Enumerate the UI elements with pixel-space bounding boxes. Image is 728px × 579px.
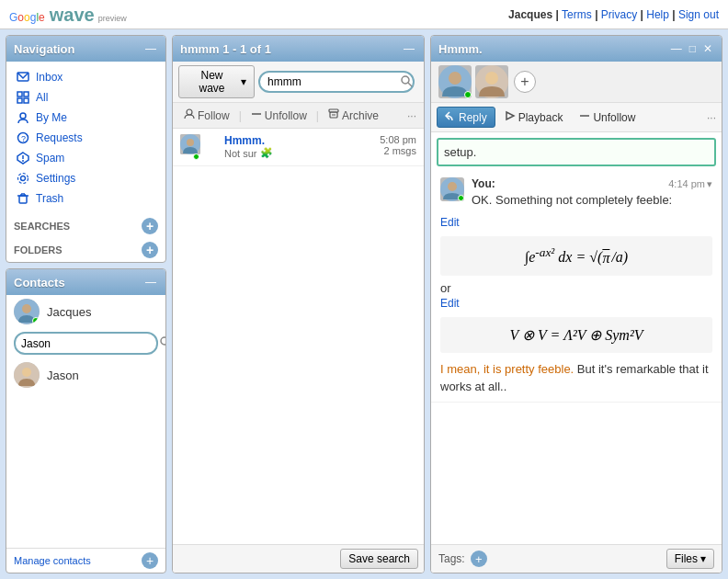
header-username: Jacques [508,8,552,21]
svg-point-38 [485,72,498,85]
requests-icon: ? [16,131,30,145]
archive-button[interactable]: Archive [324,107,382,124]
add-contact-btn[interactable]: + [142,552,158,569]
wave-list-minimize-btn[interactable]: — [402,42,416,55]
archive-icon [328,108,339,122]
trash-label: Trash [36,192,63,205]
navigation-panel-header: Navigation — [6,36,165,62]
math-formula-1: ∫e-ax² dx = √(π/a) [525,245,628,266]
wave-unfollow-icon [579,110,590,124]
svg-point-20 [161,337,166,345]
requests-label: Requests [36,131,83,144]
new-wave-button[interactable]: New wave ▾ [178,65,255,98]
playback-button[interactable]: Playback [497,108,571,127]
edit-link-1[interactable]: Edit [440,216,460,229]
unfollow-label: Unfollow [265,109,307,122]
help-link[interactable]: Help [646,8,669,21]
editing-text: setup. [444,145,476,159]
logo-preview-text: preview [98,14,127,23]
wave-content-header: Hmmm. — □ ✕ [431,36,722,62]
math-box-1: ∫e-ax² dx = √(π/a) [440,236,712,275]
contacts-spacer [6,392,165,548]
save-search-button[interactable]: Save search [340,549,418,569]
files-button[interactable]: Files ▾ [666,549,714,569]
contact-search-input[interactable] [21,337,159,350]
settings-label: Settings [36,172,75,185]
avatar-jacques [14,299,40,324]
wave-preview-text: Not sur [224,148,256,159]
svg-point-24 [402,76,409,84]
inbox-label: Inbox [36,71,63,84]
editing-box[interactable]: setup. [437,138,716,166]
wave-list: Hmmm. Not sur 🧩 5:08 pm 2 msgs [173,129,424,544]
search-icon [159,335,166,351]
wave-unfollow-button[interactable]: Unfollow [572,108,643,127]
reply-button[interactable]: Reply [437,107,495,128]
participant-avatars [438,65,508,98]
contact-name-jacques: Jacques [47,305,91,319]
terms-link[interactable]: Terms [562,8,592,21]
wave-search-input[interactable] [258,71,415,93]
inbox-icon [16,70,30,85]
tags-section: Tags: + [438,551,487,567]
contact-jason[interactable]: Jason [6,358,165,392]
svg-rect-1 [17,92,22,96]
wave-restore-btn[interactable]: □ [688,42,698,55]
app-header: Google wave preview Jacques | Terms | Pr… [0,0,728,29]
participant-online-dot [464,91,472,98]
wave-msg-count: 2 msgs [380,145,416,156]
edit-link-2[interactable]: Edit [440,297,460,310]
unfollow-icon [251,108,262,122]
unfollow-button[interactable]: Unfollow [247,107,311,124]
sidebar-item-requests[interactable]: ? Requests [6,128,165,148]
all-icon [16,90,30,105]
contact-jacques[interactable]: Jacques [6,295,165,328]
manage-contacts-link[interactable]: Manage contacts [14,555,91,566]
wave-actions-bar: Follow | Unfollow | Archive ··· [173,103,424,129]
wave-close-btn[interactable]: ✕ [701,42,714,55]
wave-unfollow-label: Unfollow [593,111,635,124]
message-time-chevron[interactable]: ▾ [707,178,712,190]
new-wave-label: New wave [187,69,237,95]
wave-time: 5:08 pm [380,134,416,145]
svg-point-12 [18,174,28,184]
wave-content-toolbar: Reply Playback Unfollow ··· [431,103,722,132]
sidebar-item-trash[interactable]: Trash [6,188,165,209]
svg-rect-4 [24,98,28,103]
svg-point-10 [22,160,24,162]
privacy-link[interactable]: Privacy [601,8,637,21]
svg-line-25 [408,83,412,86]
contact-search-container [6,328,165,358]
signout-link[interactable]: Sign out [678,8,719,21]
folders-section: FOLDERS + [6,238,165,262]
wave-item[interactable]: Hmmm. Not sur 🧩 5:08 pm 2 msgs [173,129,424,166]
add-tag-button[interactable]: + [471,551,487,567]
sidebar-item-spam[interactable]: Spam [6,148,165,168]
sidebar-item-all[interactable]: All [6,87,165,108]
add-participant-button[interactable]: + [514,71,536,93]
participant-avatar-2 [475,65,508,98]
sidebar-item-byme[interactable]: By Me [6,108,165,128]
spam-icon [16,151,30,165]
navigation-minimize-btn[interactable]: — [143,42,158,55]
navigation-title: Navigation [14,42,74,56]
header-user-area: Jacques | Terms | Privacy | Help | Sign … [508,8,719,21]
wave-actions-more-icon[interactable]: ··· [407,109,416,122]
follow-button[interactable]: Follow [180,107,233,124]
contacts-panel-header: Contacts — [6,269,165,295]
sidebar-item-settings[interactable]: Settings [6,168,165,188]
navigation-panel: Navigation — Inbox All [6,35,166,263]
playback-icon [505,110,516,124]
wave-toolbar-more-icon[interactable]: ··· [707,111,716,124]
wave-list-footer: Save search [173,544,424,573]
wave-list-title: hmmm 1 - 1 of 1 [180,42,271,56]
math-formula-2: V ⊗ V = Λ²V ⊕ Sym²V [510,326,643,344]
sidebar-item-inbox[interactable]: Inbox [6,67,165,87]
message-block: You: 4:14 pm ▾ OK. Something not complet… [431,172,722,403]
add-search-btn[interactable]: + [142,218,158,234]
wave-minimize-btn[interactable]: — [669,42,684,55]
svg-point-5 [20,113,26,119]
add-folder-btn[interactable]: + [142,242,158,258]
wave-list-panel: hmmm 1 - 1 of 1 — New wave ▾ Follow | [172,35,425,573]
contacts-minimize-btn[interactable]: — [143,276,158,289]
